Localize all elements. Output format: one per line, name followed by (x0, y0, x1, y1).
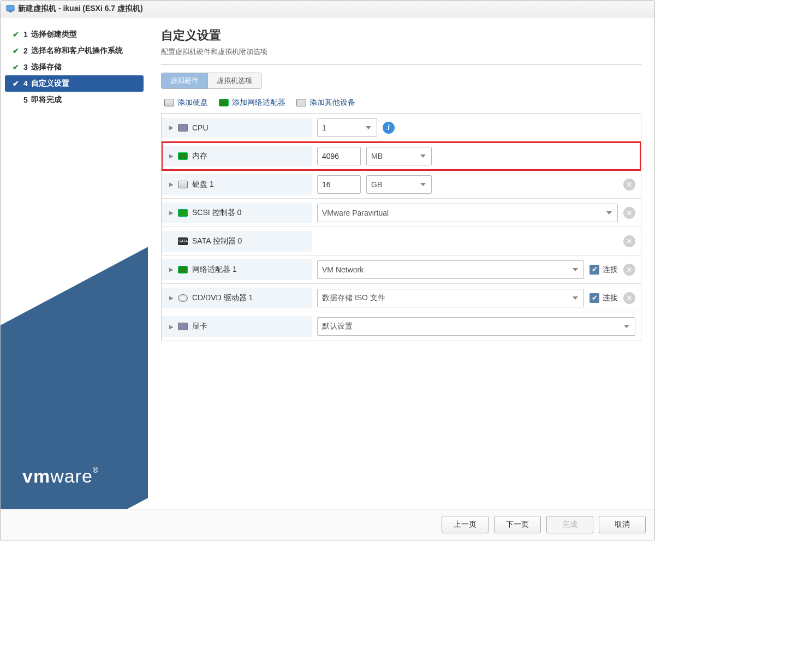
cpu-icon (178, 124, 188, 132)
memory-size-input[interactable] (317, 147, 361, 165)
scsi-icon (178, 209, 188, 217)
cpu-row: ▶CPU 1 i (162, 114, 641, 142)
next-button[interactable]: 下一页 (494, 516, 541, 533)
checkbox-checked-icon: ✔ (590, 265, 599, 275)
expand-icon[interactable]: ▶ (169, 210, 174, 216)
nic-network-select[interactable]: VM Network (317, 260, 584, 279)
check-icon: ✔ (13, 79, 20, 88)
disk-row: ▶硬盘 1 GB ✕ (162, 170, 641, 199)
disk-icon (164, 99, 174, 106)
prev-button[interactable]: 上一页 (442, 516, 489, 533)
remove-sata-button[interactable]: ✕ (623, 235, 635, 247)
page-title: 自定义设置 (161, 27, 641, 44)
memory-row: ▶内存 MB (162, 142, 641, 170)
divider (161, 64, 641, 65)
step-1[interactable]: ✔1 选择创建类型 (5, 26, 144, 43)
disk-icon (178, 181, 188, 188)
expand-icon[interactable]: ▶ (169, 295, 174, 301)
memory-unit-select[interactable]: MB (366, 147, 432, 165)
add-other-device-button[interactable]: 添加其他设备 (296, 98, 355, 108)
page-subtitle: 配置虚拟机硬件和虚拟机附加选项 (161, 47, 641, 57)
cd-row: ▶CD/DVD 驱动器 1 数据存储 ISO 文件 ✔连接 ✕ (162, 284, 641, 312)
wizard-window: 新建虚拟机 - ikuai (ESXi 6.7 虚拟机) ✔1 选择创建类型 ✔… (0, 0, 655, 540)
remove-disk-button[interactable]: ✕ (623, 179, 635, 191)
wizard-steps-sidebar: ✔1 选择创建类型 ✔2 选择名称和客户机操作系统 ✔3 选择存储 ✔4 自定义… (1, 17, 148, 509)
scsi-row: ▶SCSI 控制器 0 VMware Paravirtual ✕ (162, 199, 641, 227)
cpu-count-select[interactable]: 1 (317, 118, 377, 137)
scsi-type-select[interactable]: VMware Paravirtual (317, 204, 618, 222)
checkbox-checked-icon: ✔ (590, 293, 599, 303)
check-icon: ✔ (13, 46, 20, 55)
svg-rect-1 (9, 11, 12, 13)
step-2[interactable]: ✔2 选择名称和客户机操作系统 (5, 43, 144, 59)
step-3[interactable]: ✔3 选择存储 (5, 59, 144, 75)
add-nic-button[interactable]: 添加网络适配器 (219, 98, 285, 108)
add-disk-button[interactable]: 添加硬盘 (164, 98, 208, 108)
disk-size-input[interactable] (317, 175, 361, 194)
cancel-button[interactable]: 取消 (599, 516, 646, 533)
vm-icon (6, 4, 15, 13)
remove-cd-button[interactable]: ✕ (623, 292, 635, 304)
expand-icon[interactable]: ▶ (169, 153, 174, 159)
check-icon: ✔ (13, 30, 20, 39)
vmware-logo: vmware® (22, 466, 99, 487)
nic-connect-checkbox[interactable]: ✔连接 (590, 265, 618, 275)
expand-icon[interactable]: ▶ (169, 266, 174, 272)
settings-tabs: 虚拟硬件 虚拟机选项 (161, 73, 261, 89)
video-row: ▶显卡 默认设置 (162, 312, 641, 341)
tab-vm-options[interactable]: 虚拟机选项 (207, 73, 261, 88)
sata-row: ▶SATASATA 控制器 0 ✕ (162, 227, 641, 255)
check-icon: ✔ (13, 63, 20, 72)
memory-icon (178, 152, 188, 160)
nic-icon (219, 99, 229, 106)
video-settings-select[interactable]: 默认设置 (317, 317, 635, 336)
expand-icon[interactable]: ▶ (169, 181, 174, 187)
expand-icon[interactable]: ▶ (169, 324, 174, 330)
wizard-footer: 上一页 下一页 完成 取消 (1, 509, 654, 540)
nic-icon (178, 266, 188, 273)
nic-row: ▶网络适配器 1 VM Network ✔连接 ✕ (162, 255, 641, 284)
cd-connect-checkbox[interactable]: ✔连接 (590, 293, 618, 303)
svg-rect-0 (7, 5, 14, 11)
hardware-toolbar: 添加硬盘 添加网络适配器 添加其他设备 (161, 97, 641, 113)
info-icon[interactable]: i (383, 122, 395, 134)
cd-icon (178, 294, 188, 302)
step-5[interactable]: ✔5 即将完成 (5, 92, 144, 108)
hardware-table: ▶CPU 1 i ▶内存 MB ▶硬盘 1 (161, 113, 641, 341)
remove-nic-button[interactable]: ✕ (623, 264, 635, 276)
finish-button: 完成 (546, 516, 593, 533)
expand-icon[interactable]: ▶ (169, 124, 174, 130)
remove-scsi-button[interactable]: ✕ (623, 207, 635, 219)
step-4[interactable]: ✔4 自定义设置 (5, 75, 144, 92)
video-icon (178, 323, 188, 330)
decorative-triangle (1, 203, 148, 509)
disk-unit-select[interactable]: GB (366, 175, 432, 194)
window-title: 新建虚拟机 - ikuai (ESXi 6.7 虚拟机) (18, 4, 143, 14)
main-panel: 自定义设置 配置虚拟机硬件和虚拟机附加选项 虚拟硬件 虚拟机选项 添加硬盘 添加… (148, 17, 654, 509)
titlebar[interactable]: 新建虚拟机 - ikuai (ESXi 6.7 虚拟机) (1, 1, 654, 17)
tab-virtual-hardware[interactable]: 虚拟硬件 (162, 73, 207, 88)
sata-icon: SATA (178, 237, 188, 245)
device-icon (296, 99, 306, 106)
cd-source-select[interactable]: 数据存储 ISO 文件 (317, 289, 584, 307)
